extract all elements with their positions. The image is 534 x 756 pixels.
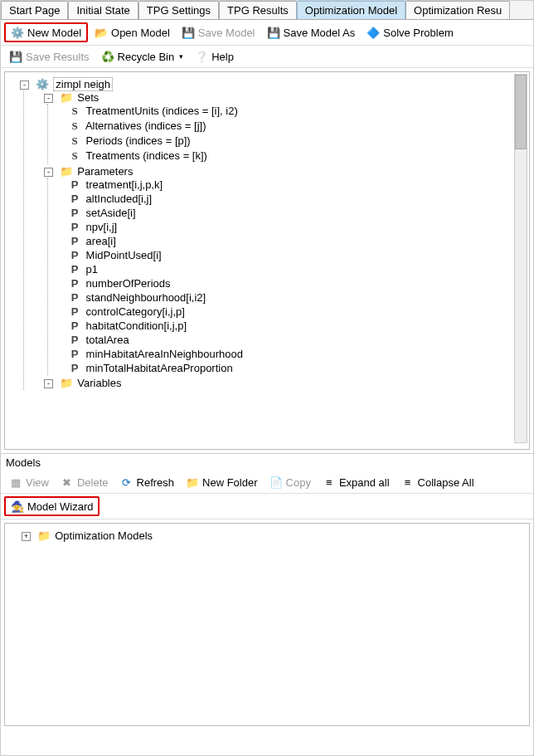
tree-item[interactable]: P standNeighbourhood[i,i2] — [68, 290, 529, 305]
help-label: Help — [211, 51, 234, 63]
model-wizard-button[interactable]: 🧙 Model Wizard — [4, 496, 100, 516]
optimization-models-node[interactable]: Optimization Models — [55, 529, 153, 542]
recycle-icon: ♻️ — [101, 50, 114, 63]
refresh-label: Refresh — [137, 476, 175, 489]
collapse-label: Collapse All — [418, 476, 474, 489]
parameter-icon: P — [68, 193, 81, 205]
gear-icon: ⚙️ — [11, 26, 24, 39]
save-model-label: Save Model — [198, 27, 255, 39]
models-tree-pane: + 📁 Optimization Models — [4, 523, 530, 726]
parameters-folder-label[interactable]: Parameters — [77, 165, 133, 178]
parameter-icon: P — [68, 334, 81, 346]
expand-label: Expand all — [339, 476, 390, 489]
model-tree-pane: - ⚙️ zimpl neigh - 📁 Sets S TreatmentUni… — [4, 71, 530, 450]
folder-icon: 📁 — [186, 476, 199, 489]
help-button[interactable]: ❔ Help — [190, 48, 239, 65]
new-folder-button[interactable]: 📁 New Folder — [181, 474, 262, 490]
tree-item[interactable]: P minTotalHabitatAreaProportion — [68, 361, 529, 375]
tab-strip: Start Page Initial State TPG Settings TP… — [1, 1, 533, 20]
collapse-all-button[interactable]: ≡ Collapse All — [396, 474, 479, 490]
save-icon: 💾 — [182, 26, 195, 39]
tree-item[interactable]: P MidPointUsed[i] — [68, 248, 529, 262]
parameter-icon: P — [68, 277, 81, 290]
toolbar-row-1: ⚙️ New Model 📂 Open Model 💾 Save Model 💾… — [1, 20, 533, 46]
tab-start-page[interactable]: Start Page — [1, 1, 68, 19]
tree-item[interactable]: P area[i] — [68, 234, 529, 248]
expand-all-button[interactable]: ≡ Expand all — [318, 474, 395, 490]
scrollbar-thumb[interactable] — [515, 75, 527, 149]
set-icon: S — [68, 105, 81, 118]
sets-folder-label[interactable]: Sets — [77, 91, 99, 104]
save-results-button: 💾 Save Results — [4, 48, 95, 65]
tab-optimization-results[interactable]: Optimization Resu — [405, 1, 510, 19]
vertical-scrollbar[interactable] — [514, 74, 527, 443]
collapse-icon: ≡ — [401, 476, 415, 489]
save-model-button: 💾 Save Model — [177, 24, 260, 41]
open-model-label: Open Model — [111, 27, 170, 39]
model-wizard-label: Model Wizard — [27, 500, 93, 513]
tab-optimization-model[interactable]: Optimization Model — [297, 1, 405, 19]
folder-icon: 📁 — [60, 91, 73, 104]
tree-item[interactable]: P totalArea — [68, 333, 529, 347]
tree-item[interactable]: P setAside[i] — [68, 206, 529, 220]
tree-item[interactable]: S Alternatives (indices = [j]) — [68, 119, 529, 134]
view-button: ▦ View — [4, 474, 54, 490]
tree-item[interactable]: P p1 — [68, 262, 529, 276]
tree-root-label[interactable]: zimpl neigh — [53, 77, 113, 91]
solve-problem-button[interactable]: 🔷 Solve Problem — [362, 24, 459, 41]
help-icon: ❔ — [195, 50, 208, 63]
models-toolbar-1: ▦ View ✖ Delete ⟳ Refresh 📁 New Folder 📄… — [1, 471, 533, 494]
parameter-icon: P — [68, 207, 81, 219]
set-icon: S — [68, 149, 81, 163]
parameter-icon: P — [68, 249, 81, 261]
expand-icon: ≡ — [323, 476, 336, 489]
sets-list: S TreatmentUnits (indices = [i], i2)S Al… — [47, 104, 529, 163]
tree-item[interactable]: P habitatCondition[i,j,p] — [68, 319, 529, 333]
tab-initial-state[interactable]: Initial State — [68, 1, 138, 19]
tree-item[interactable]: S Treatments (indices = [k]) — [68, 149, 529, 163]
folder-icon: 📁 — [37, 529, 51, 542]
view-label: View — [26, 476, 49, 489]
tab-tpg-results[interactable]: TPG Results — [219, 1, 297, 19]
set-icon: S — [68, 134, 81, 148]
tree-toggle[interactable]: - — [44, 379, 53, 388]
new-model-button[interactable]: ⚙️ New Model — [4, 22, 88, 42]
solve-icon: 🔷 — [367, 26, 380, 39]
tree-item[interactable]: P controlCategory[i,j,p] — [68, 305, 529, 319]
refresh-icon: ⟳ — [120, 476, 134, 489]
save-model-as-label: Save Model As — [284, 27, 356, 39]
tree-item[interactable]: P npv[i,j] — [68, 220, 529, 234]
tree-toggle[interactable]: + — [22, 532, 31, 541]
tree-item[interactable]: S Periods (indices = [p]) — [68, 134, 529, 149]
tree-item[interactable]: P numberOfPeriods — [68, 276, 529, 290]
folder-icon: 📁 — [60, 165, 73, 178]
parameter-icon: P — [68, 178, 81, 191]
view-icon: ▦ — [9, 476, 22, 489]
parameter-icon: P — [68, 348, 81, 360]
new-folder-label: New Folder — [202, 476, 257, 489]
save-results-label: Save Results — [26, 51, 90, 63]
tree-toggle[interactable]: - — [44, 168, 53, 177]
tree-item[interactable]: S TreatmentUnits (indices = [i], i2) — [68, 104, 529, 119]
variables-folder-label[interactable]: Variables — [77, 377, 121, 389]
copy-label: Copy — [286, 476, 311, 489]
delete-label: Delete — [77, 476, 109, 489]
tree-toggle[interactable]: - — [44, 94, 53, 103]
copy-button: 📄 Copy — [265, 474, 316, 490]
tree-toggle[interactable]: - — [20, 80, 29, 90]
recycle-bin-button[interactable]: ♻️ Recycle Bin ▾ — [96, 48, 189, 65]
open-model-button[interactable]: 📂 Open Model — [90, 24, 175, 41]
save-model-as-button[interactable]: 💾 Save Model As — [262, 24, 361, 41]
folder-icon: 📁 — [60, 377, 73, 389]
params-list: P treatment[i,j,p,k]P altIncluded[i,j]P … — [47, 178, 529, 375]
tree-item[interactable]: P treatment[i,j,p,k] — [68, 178, 529, 192]
chevron-down-icon[interactable]: ▾ — [177, 52, 183, 61]
tab-tpg-settings[interactable]: TPG Settings — [138, 1, 219, 19]
set-icon: S — [68, 119, 81, 133]
solve-problem-label: Solve Problem — [383, 27, 454, 39]
tree-item[interactable]: P altIncluded[i,j] — [68, 192, 529, 206]
parameter-icon: P — [68, 263, 81, 276]
tree-item[interactable]: P minHabitatAreaInNeighbourhood — [68, 347, 529, 361]
save-results-icon: 💾 — [9, 50, 22, 63]
refresh-button[interactable]: ⟳ Refresh — [115, 474, 180, 490]
